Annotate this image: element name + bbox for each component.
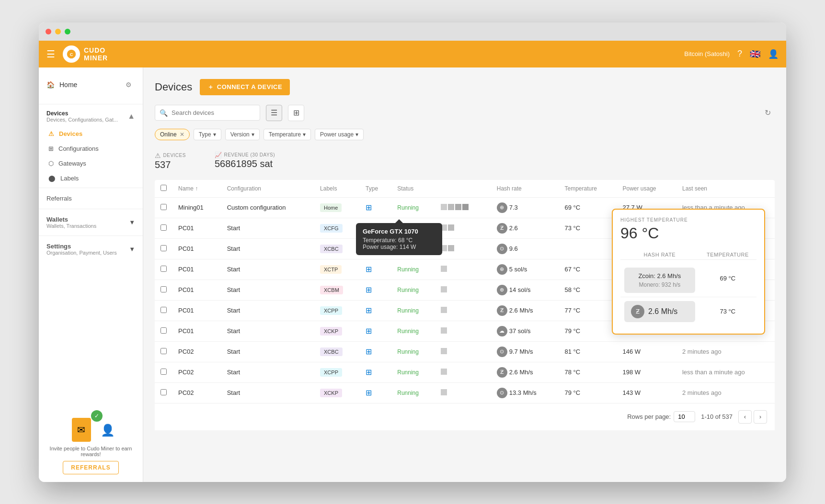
row-checkbox[interactable] — [160, 369, 167, 375]
row-label: XCPP — [314, 300, 360, 321]
sidebar-item-wallets[interactable]: Wallets Wallets, Transactions ▼ — [39, 211, 143, 234]
page-header: Devices ＋ CONNECT A DEVICE — [155, 79, 775, 95]
row-config: Start — [221, 218, 314, 238]
search-icon: 🔍 — [160, 109, 168, 117]
logo-text: CUDOMINER — [84, 46, 108, 62]
cudo-logo-icon: C — [66, 49, 77, 59]
card-popover-row1: Zcoin: 2.6 Mh/s Monero: 932 h/s 69 °C — [620, 259, 756, 297]
sidebar-divider-3 — [39, 209, 143, 209]
row-temp: 58 °C — [559, 280, 617, 300]
row-power: 198 W — [617, 362, 676, 382]
pagination-nav: ‹ › — [738, 410, 767, 424]
row-checkbox[interactable] — [160, 307, 167, 313]
row-checkbox[interactable] — [160, 266, 167, 272]
card-row2-temp: 73 °C — [699, 297, 756, 326]
devices-count-value: 537 — [155, 159, 186, 170]
row-bars — [435, 341, 491, 362]
zcoin-icon: Ƶ — [631, 305, 644, 318]
row-label: Home — [314, 197, 360, 218]
row-hashrate: ⊙9.6 — [491, 238, 559, 259]
col-power: Power usage — [617, 180, 676, 198]
sidebar-divider-2 — [39, 188, 143, 188]
row-checkbox[interactable] — [160, 204, 167, 210]
row-hashrate: ☁37 sol/s — [491, 321, 559, 341]
card-col1-header: Hash rate — [620, 250, 699, 260]
row-bars — [435, 382, 491, 403]
rows-per-page-label: Rows per page: — [627, 413, 671, 420]
sidebar-item-gateways[interactable]: ⬡ Gateways — [39, 156, 143, 171]
filter-temperature-button[interactable]: Temperature ▾ — [264, 129, 311, 140]
row-checkbox[interactable] — [160, 245, 167, 251]
language-icon[interactable]: 🇬🇧 — [750, 49, 760, 59]
sidebar-footer: ✉ ✓ 👤 Invite people to Cudo Miner to ear… — [39, 401, 143, 482]
filter-online-remove[interactable]: ✕ — [180, 131, 184, 138]
menu-hamburger-icon[interactable]: ☰ — [46, 48, 55, 60]
prev-page-button[interactable]: ‹ — [738, 410, 752, 424]
row-temp: 78 °C — [559, 362, 617, 382]
settings-icon[interactable]: ⚙ — [122, 78, 135, 91]
rows-per-page-select[interactable]: 10 25 50 — [674, 411, 695, 422]
minimize-btn[interactable] — [55, 29, 61, 34]
content-area: Devices ＋ CONNECT A DEVICE 🔍 ☰ ⊞ ↻ — [143, 67, 786, 482]
row-lastseen: 2 minutes ago — [676, 341, 775, 362]
plus-icon: ＋ — [207, 83, 214, 91]
row-checkbox[interactable] — [160, 224, 167, 231]
row-name: PC01 — [172, 218, 221, 238]
row-config: Start — [221, 321, 314, 341]
titlebar — [39, 22, 786, 41]
sidebar-item-home[interactable]: 🏠 Home ⚙ — [39, 73, 143, 96]
col-configuration: Configuration — [221, 180, 314, 198]
col-status: Status — [391, 180, 435, 198]
card-row2-value: 2.6 Mh/s — [648, 307, 677, 316]
col-name[interactable]: Name ↑ — [172, 180, 221, 198]
next-page-button[interactable]: › — [754, 410, 767, 424]
sidebar-item-labels[interactable]: ⬤ Labels — [39, 171, 143, 186]
grid-view-button[interactable]: ⊞ — [288, 105, 304, 121]
account-icon[interactable]: 👤 — [768, 49, 779, 59]
devices-table-wrapper: Name ↑ Configuration Labels Type Status … — [155, 180, 775, 430]
table-row: PC02 Start XCBC ⊞ Running ⊙9.7 Mh/s 81 °… — [155, 341, 775, 362]
connect-device-button[interactable]: ＋ CONNECT A DEVICE — [200, 79, 290, 95]
refresh-button[interactable]: ↻ — [760, 106, 775, 120]
devices-icon: ⚠ — [48, 130, 54, 137]
sidebar-item-devices[interactable]: ⚠ Devices — [39, 126, 143, 141]
row-hashrate: ⊕5 sol/s — [491, 259, 559, 280]
search-input[interactable] — [155, 105, 260, 121]
table-header-row: Name ↑ Configuration Labels Type Status … — [155, 180, 775, 198]
configurations-icon: ⊞ — [48, 145, 54, 152]
sidebar-item-referrals[interactable]: Referrals — [39, 190, 143, 207]
card-row1-temp: 69 °C — [699, 259, 756, 297]
close-btn[interactable] — [46, 29, 51, 34]
row-bars — [435, 259, 491, 280]
filter-type-button[interactable]: Type ▾ — [194, 129, 221, 140]
row-power: 146 W — [617, 341, 676, 362]
col-type: Type — [360, 180, 391, 198]
row-checkbox[interactable] — [160, 286, 167, 292]
col-labels: Labels — [314, 180, 360, 198]
app: ☰ C CUDOMINER Bitcoin (Satoshi) ? 🇬🇧 👤 — [39, 41, 786, 482]
referrals-button[interactable]: REFERRALS — [63, 461, 118, 474]
labels-icon: ⬤ — [48, 175, 56, 182]
row-checkbox[interactable] — [160, 327, 167, 334]
sidebar-divider-1 — [39, 104, 143, 104]
row-config: Start — [221, 280, 314, 300]
row-checkbox[interactable] — [160, 389, 167, 395]
card-popover: HIGHEST TEMPERATURE 96 °C Hash rate Temp… — [612, 209, 765, 335]
row-label: XCKP — [314, 382, 360, 403]
help-icon[interactable]: ? — [737, 49, 742, 59]
filter-version-button[interactable]: Version ▾ — [225, 129, 260, 140]
sidebar-devices-collapse-icon[interactable]: ▲ — [127, 112, 135, 121]
maximize-btn[interactable] — [65, 29, 70, 34]
select-all-checkbox[interactable] — [160, 185, 167, 191]
sidebar-item-configurations[interactable]: ⊞ Configurations — [39, 141, 143, 156]
list-view-button[interactable]: ☰ — [266, 105, 282, 121]
gpu-tooltip: GeForce GTX 1070 Temperature: 68 °C Powe… — [356, 223, 442, 255]
sidebar-item-settings[interactable]: Settings Organisation, Payment, Users ▼ — [39, 238, 143, 260]
row-checkbox[interactable] — [160, 348, 167, 354]
row-status: Running — [391, 382, 435, 403]
col-lastseen: Last seen — [676, 180, 775, 198]
col-temperature: Temperature — [559, 180, 617, 198]
filter-power-button[interactable]: Power usage ▾ — [315, 129, 364, 140]
revenue-value: 56861895 sat — [215, 158, 275, 169]
row-name: PC02 — [172, 362, 221, 382]
